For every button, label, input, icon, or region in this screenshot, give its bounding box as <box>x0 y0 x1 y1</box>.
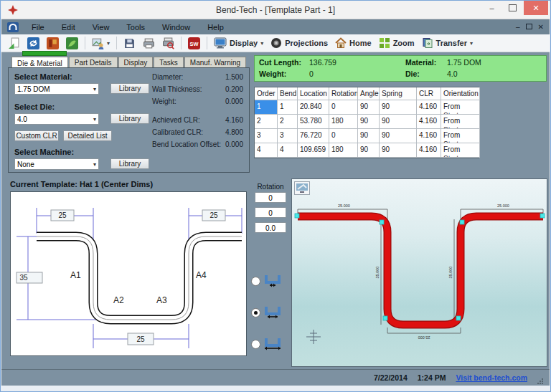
viewport-dim-bottom: 25.000 <box>418 335 430 340</box>
bend-label-a3: A3 <box>156 295 167 305</box>
wall-thickness-label: Wall Thickness: <box>152 85 202 93</box>
bend-label-a1: A1 <box>70 270 81 280</box>
channel-outside-icon <box>263 274 283 288</box>
die-library-button[interactable] <box>62 36 82 51</box>
menu-edit[interactable]: Edit <box>53 23 84 32</box>
measure-option-inside[interactable] <box>251 337 283 351</box>
save-button[interactable] <box>120 36 139 51</box>
menu-window[interactable]: Window <box>154 23 199 32</box>
detailed-list-button[interactable]: Detailed List <box>63 130 112 141</box>
transfer-icon <box>422 37 433 49</box>
table-row[interactable]: 2253.78018090904.160From Start <box>255 115 479 129</box>
progress-bar <box>22 51 67 56</box>
display-icon <box>214 37 227 49</box>
cut-length-label: Cut Length: <box>259 58 301 67</box>
export-dropdown-arrow[interactable]: ▾ <box>107 40 110 47</box>
die-material-panel: Select Material: 1.75 DOM▾ Library Selec… <box>8 67 250 173</box>
col-bend: Bend <box>278 87 298 100</box>
transfer-button[interactable]: Transfer▾ <box>418 36 476 50</box>
table-row[interactable]: 1120.840090904.160From Start <box>255 100 479 115</box>
dim-input-left[interactable]: 35 <box>17 272 42 283</box>
radio-center[interactable] <box>251 308 260 317</box>
radio-outside[interactable] <box>251 277 260 286</box>
dim-input-bottom[interactable]: 25 <box>128 333 154 345</box>
print-button[interactable] <box>139 36 159 51</box>
export-image-button[interactable]: ▾ <box>88 36 113 51</box>
refresh-button[interactable] <box>24 36 43 51</box>
bend-node-markers <box>295 214 545 320</box>
cut-length-value: 136.759 <box>309 58 336 67</box>
menu-help[interactable]: Help <box>199 23 232 32</box>
dim-input-top-left[interactable]: 25 <box>51 210 74 221</box>
menu-file[interactable]: File <box>23 23 53 32</box>
mdi-minimize-button[interactable]: – <box>516 23 520 31</box>
tab-part-details[interactable]: Part Details <box>69 57 118 68</box>
table-row[interactable]: 44109.65918090904.160From Start <box>255 143 479 158</box>
bend-tech-link[interactable]: Visit bend-tech.com <box>456 373 527 382</box>
window-title: Bend-Tech - [Template Part - 1] <box>1 1 550 19</box>
rotation-input-1[interactable]: 0 <box>255 192 286 203</box>
home-window-icon <box>7 22 19 32</box>
title-bar: Bend-Tech - [Template Part - 1] – ✕ <box>1 1 550 19</box>
menu-view[interactable]: View <box>84 23 118 32</box>
summary-weight-label: Weight: <box>259 70 286 78</box>
mdi-restore-button[interactable] <box>526 23 532 31</box>
svg-text:35: 35 <box>19 274 28 282</box>
custom-clr-button[interactable]: Custom CLR <box>14 130 59 141</box>
die-library-panel-button[interactable]: Library <box>110 113 149 124</box>
radio-inside[interactable] <box>251 340 260 349</box>
tab-display[interactable]: Display <box>118 57 154 68</box>
tab-tasks[interactable]: Tasks <box>154 57 184 68</box>
summary-box: Cut Length: 136.759 Weight: 0 Material: … <box>254 55 547 82</box>
projections-button[interactable]: Projections <box>267 36 331 50</box>
display-button[interactable]: Display▾ <box>210 36 267 50</box>
summary-die-label: Die: <box>405 70 420 78</box>
diameter-value: 1.500 <box>225 73 243 81</box>
material-library-panel-button[interactable]: Library <box>110 83 149 94</box>
material-library-button[interactable] <box>43 36 62 51</box>
measure-option-center[interactable] <box>251 305 283 320</box>
svg-text:25: 25 <box>136 335 145 343</box>
weight-value: 0.000 <box>225 97 243 105</box>
tab-manuf-warning[interactable]: Manuf. Warning <box>184 57 246 68</box>
origin-crosshair <box>306 330 321 344</box>
menu-tools[interactable]: Tools <box>118 23 154 32</box>
maximize-button[interactable] <box>502 1 523 15</box>
minimize-button[interactable]: – <box>481 1 502 15</box>
home-button[interactable]: Home <box>331 36 375 50</box>
new-part-button[interactable] <box>4 36 24 51</box>
rotation-input-3[interactable]: 0.0 <box>255 222 286 233</box>
machine-library-panel-button[interactable]: Library <box>110 158 149 169</box>
print-preview-button[interactable] <box>159 36 178 51</box>
channel-inside-icon <box>263 337 283 351</box>
resize-grip[interactable] <box>537 375 544 381</box>
rotation-label: Rotation <box>250 183 291 191</box>
summary-die-value: 4.0 <box>447 70 458 78</box>
bend-table-header: Order Bend Location Rotation Angle Sprin… <box>255 87 479 100</box>
table-row[interactable]: 3376.720090904.160From Start <box>255 129 479 143</box>
rotation-input-2[interactable]: 0 <box>255 207 286 218</box>
dim-input-top-right[interactable]: 25 <box>202 210 225 221</box>
status-date: 7/22/2014 <box>374 373 408 382</box>
measure-option-outside[interactable] <box>251 274 283 288</box>
zoom-button[interactable]: Zoom <box>375 36 418 50</box>
material-select[interactable]: 1.75 DOM▾ <box>14 83 99 95</box>
template-drawing: 25 25 35 25 A1 A2 <box>10 191 247 356</box>
machine-select[interactable]: None▾ <box>14 158 99 170</box>
col-clr: CLR <box>417 87 441 100</box>
die-select[interactable]: 4.0▾ <box>14 113 99 125</box>
bend-label-a2: A2 <box>113 295 124 305</box>
tab-strip: Die & Material Part Details Display Task… <box>11 56 247 68</box>
summary-weight-value: 0 <box>309 70 314 78</box>
select-die-label: Select Die: <box>14 102 55 111</box>
content-area: Die & Material Part Details Display Task… <box>1 52 550 369</box>
viewport-dim-top-right: 25.000 <box>497 204 509 208</box>
summary-material-value: 1.75 DOM <box>447 58 481 67</box>
viewport-display-icon[interactable] <box>294 181 310 198</box>
solidworks-export-button[interactable]: SW <box>184 36 204 51</box>
part-viewport[interactable]: 25.000 25.000 35.000 35.000 25.000 <box>291 178 547 367</box>
bend-location-offset-value: 0.000 <box>225 140 243 148</box>
col-spring-angle: Spring Angle <box>380 87 417 100</box>
close-button[interactable]: ✕ <box>524 1 548 15</box>
mdi-close-button[interactable]: ✕ <box>538 23 544 31</box>
